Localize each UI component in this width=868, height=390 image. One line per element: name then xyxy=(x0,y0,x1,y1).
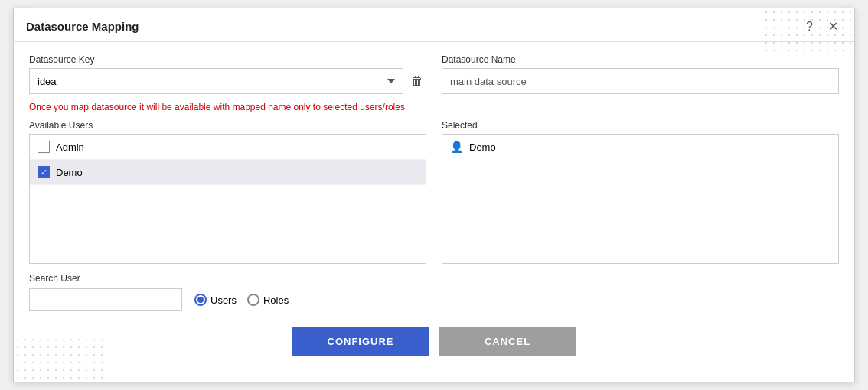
warning-text: Once you map datasource it will be avail… xyxy=(29,102,839,112)
roles-radio-item[interactable]: Roles xyxy=(247,294,289,306)
datasource-key-col: Datasource Key idea main secondary 🗑 xyxy=(29,54,426,94)
users-radio[interactable] xyxy=(194,294,207,306)
user-icon: 👤 xyxy=(450,141,463,153)
help-button[interactable]: ? xyxy=(802,18,817,35)
selected-label: Selected xyxy=(442,120,839,131)
available-users-section: Available Users Admin Demo xyxy=(29,120,426,264)
available-users-label: Available Users xyxy=(29,120,426,131)
dialog-body: Datasource Key idea main secondary 🗑 Dat… xyxy=(14,42,854,381)
users-radio-label: Users xyxy=(210,294,237,306)
dialog-title: Datasource Mapping xyxy=(26,20,139,33)
dialog-header: Datasource Mapping ? ✕ xyxy=(14,8,854,42)
radio-group: Users Roles xyxy=(194,294,289,306)
demo-label: Demo xyxy=(56,167,83,178)
selected-section: Selected 👤 Demo xyxy=(442,120,839,264)
admin-label: Admin xyxy=(56,141,84,153)
datasource-key-field: idea main secondary 🗑 xyxy=(29,68,426,94)
datasource-name-input[interactable] xyxy=(442,68,839,94)
roles-radio-label: Roles xyxy=(263,294,289,306)
roles-radio[interactable] xyxy=(247,294,259,306)
search-user-input[interactable] xyxy=(29,288,182,311)
buttons-row: CONFIGURE CANCEL xyxy=(29,327,839,369)
cancel-button[interactable]: CANCEL xyxy=(439,327,576,356)
datasource-key-label: Datasource Key xyxy=(29,54,426,65)
users-radio-item[interactable]: Users xyxy=(194,294,237,306)
search-user-label: Search User xyxy=(29,273,839,284)
dialog: Datasource Mapping ? ✕ Datasource Key id… xyxy=(13,8,855,382)
datasource-name-col: Datasource Name xyxy=(442,54,839,94)
datasource-key-select[interactable]: idea main secondary xyxy=(29,68,403,94)
demo-checkbox[interactable] xyxy=(38,166,50,178)
selected-item: 👤 Demo xyxy=(442,135,838,159)
datasource-name-label: Datasource Name xyxy=(442,54,839,65)
datasource-row: Datasource Key idea main secondary 🗑 Dat… xyxy=(29,54,839,94)
close-button[interactable]: ✕ xyxy=(824,18,842,35)
selected-demo-label: Demo xyxy=(469,141,496,153)
search-user-section: Search User Users Roles xyxy=(29,273,839,311)
selected-list: 👤 Demo xyxy=(442,134,839,264)
trash-button[interactable]: 🗑 xyxy=(408,73,426,89)
list-item[interactable]: Admin xyxy=(30,135,426,160)
lists-row: Available Users Admin Demo Selected xyxy=(29,120,839,264)
header-icons: ? ✕ xyxy=(802,18,842,35)
admin-checkbox[interactable] xyxy=(38,141,50,153)
available-users-list[interactable]: Admin Demo xyxy=(29,134,426,264)
configure-button[interactable]: CONFIGURE xyxy=(292,327,429,356)
search-and-radios: Users Roles xyxy=(29,288,839,311)
list-item[interactable]: Demo xyxy=(30,160,426,185)
